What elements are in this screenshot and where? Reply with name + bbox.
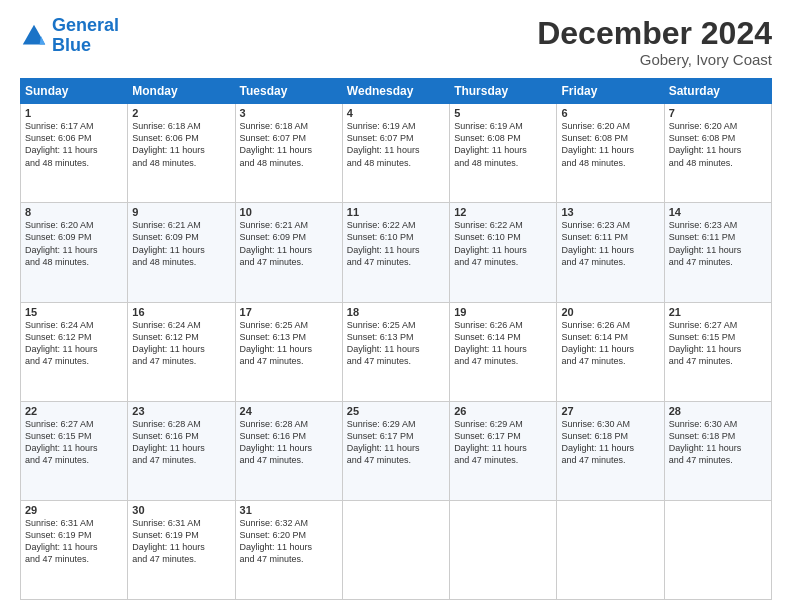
day-info: Sunrise: 6:20 AMSunset: 6:08 PMDaylight:… — [561, 121, 634, 167]
day-number: 13 — [561, 206, 659, 218]
header: General Blue December 2024 Gobery, Ivory… — [20, 16, 772, 68]
calendar-cell: 15Sunrise: 6:24 AMSunset: 6:12 PMDayligh… — [21, 302, 128, 401]
col-tuesday: Tuesday — [235, 79, 342, 104]
calendar-week-3: 15Sunrise: 6:24 AMSunset: 6:12 PMDayligh… — [21, 302, 772, 401]
calendar-cell: 17Sunrise: 6:25 AMSunset: 6:13 PMDayligh… — [235, 302, 342, 401]
col-thursday: Thursday — [450, 79, 557, 104]
day-info: Sunrise: 6:22 AMSunset: 6:10 PMDaylight:… — [454, 220, 527, 266]
day-number: 1 — [25, 107, 123, 119]
day-info: Sunrise: 6:23 AMSunset: 6:11 PMDaylight:… — [561, 220, 634, 266]
col-sunday: Sunday — [21, 79, 128, 104]
day-info: Sunrise: 6:17 AMSunset: 6:06 PMDaylight:… — [25, 121, 98, 167]
day-info: Sunrise: 6:18 AMSunset: 6:07 PMDaylight:… — [240, 121, 313, 167]
calendar-table: Sunday Monday Tuesday Wednesday Thursday… — [20, 78, 772, 600]
calendar-header: Sunday Monday Tuesday Wednesday Thursday… — [21, 79, 772, 104]
day-number: 31 — [240, 504, 338, 516]
day-number: 14 — [669, 206, 767, 218]
day-number: 30 — [132, 504, 230, 516]
calendar-cell: 21Sunrise: 6:27 AMSunset: 6:15 PMDayligh… — [664, 302, 771, 401]
day-number: 22 — [25, 405, 123, 417]
day-info: Sunrise: 6:21 AMSunset: 6:09 PMDaylight:… — [240, 220, 313, 266]
day-info: Sunrise: 6:20 AMSunset: 6:08 PMDaylight:… — [669, 121, 742, 167]
day-number: 2 — [132, 107, 230, 119]
calendar-cell: 2Sunrise: 6:18 AMSunset: 6:06 PMDaylight… — [128, 104, 235, 203]
col-monday: Monday — [128, 79, 235, 104]
col-saturday: Saturday — [664, 79, 771, 104]
day-info: Sunrise: 6:31 AMSunset: 6:19 PMDaylight:… — [132, 518, 205, 564]
day-info: Sunrise: 6:25 AMSunset: 6:13 PMDaylight:… — [240, 320, 313, 366]
calendar-cell: 11Sunrise: 6:22 AMSunset: 6:10 PMDayligh… — [342, 203, 449, 302]
calendar-cell: 29Sunrise: 6:31 AMSunset: 6:19 PMDayligh… — [21, 500, 128, 599]
logo-line1: General — [52, 15, 119, 35]
day-info: Sunrise: 6:29 AMSunset: 6:17 PMDaylight:… — [347, 419, 420, 465]
calendar-week-2: 8Sunrise: 6:20 AMSunset: 6:09 PMDaylight… — [21, 203, 772, 302]
day-info: Sunrise: 6:27 AMSunset: 6:15 PMDaylight:… — [25, 419, 98, 465]
day-number: 10 — [240, 206, 338, 218]
calendar-cell: 27Sunrise: 6:30 AMSunset: 6:18 PMDayligh… — [557, 401, 664, 500]
day-info: Sunrise: 6:26 AMSunset: 6:14 PMDaylight:… — [561, 320, 634, 366]
calendar-cell: 26Sunrise: 6:29 AMSunset: 6:17 PMDayligh… — [450, 401, 557, 500]
day-number: 4 — [347, 107, 445, 119]
day-number: 23 — [132, 405, 230, 417]
main-title: December 2024 — [537, 16, 772, 51]
day-info: Sunrise: 6:31 AMSunset: 6:19 PMDaylight:… — [25, 518, 98, 564]
calendar-week-4: 22Sunrise: 6:27 AMSunset: 6:15 PMDayligh… — [21, 401, 772, 500]
calendar-cell: 6Sunrise: 6:20 AMSunset: 6:08 PMDaylight… — [557, 104, 664, 203]
header-row: Sunday Monday Tuesday Wednesday Thursday… — [21, 79, 772, 104]
day-info: Sunrise: 6:23 AMSunset: 6:11 PMDaylight:… — [669, 220, 742, 266]
day-info: Sunrise: 6:20 AMSunset: 6:09 PMDaylight:… — [25, 220, 98, 266]
day-info: Sunrise: 6:30 AMSunset: 6:18 PMDaylight:… — [561, 419, 634, 465]
day-number: 21 — [669, 306, 767, 318]
calendar-cell: 12Sunrise: 6:22 AMSunset: 6:10 PMDayligh… — [450, 203, 557, 302]
calendar-cell: 28Sunrise: 6:30 AMSunset: 6:18 PMDayligh… — [664, 401, 771, 500]
calendar-cell — [664, 500, 771, 599]
day-number: 26 — [454, 405, 552, 417]
day-info: Sunrise: 6:18 AMSunset: 6:06 PMDaylight:… — [132, 121, 205, 167]
calendar-cell: 3Sunrise: 6:18 AMSunset: 6:07 PMDaylight… — [235, 104, 342, 203]
calendar-cell: 13Sunrise: 6:23 AMSunset: 6:11 PMDayligh… — [557, 203, 664, 302]
calendar-cell: 8Sunrise: 6:20 AMSunset: 6:09 PMDaylight… — [21, 203, 128, 302]
day-info: Sunrise: 6:28 AMSunset: 6:16 PMDaylight:… — [240, 419, 313, 465]
title-block: December 2024 Gobery, Ivory Coast — [537, 16, 772, 68]
day-info: Sunrise: 6:24 AMSunset: 6:12 PMDaylight:… — [132, 320, 205, 366]
calendar-cell: 1Sunrise: 6:17 AMSunset: 6:06 PMDaylight… — [21, 104, 128, 203]
calendar-cell: 24Sunrise: 6:28 AMSunset: 6:16 PMDayligh… — [235, 401, 342, 500]
calendar-cell: 10Sunrise: 6:21 AMSunset: 6:09 PMDayligh… — [235, 203, 342, 302]
calendar-cell — [450, 500, 557, 599]
calendar-cell: 22Sunrise: 6:27 AMSunset: 6:15 PMDayligh… — [21, 401, 128, 500]
calendar-cell: 5Sunrise: 6:19 AMSunset: 6:08 PMDaylight… — [450, 104, 557, 203]
calendar-cell: 31Sunrise: 6:32 AMSunset: 6:20 PMDayligh… — [235, 500, 342, 599]
calendar-week-1: 1Sunrise: 6:17 AMSunset: 6:06 PMDaylight… — [21, 104, 772, 203]
day-number: 27 — [561, 405, 659, 417]
day-info: Sunrise: 6:26 AMSunset: 6:14 PMDaylight:… — [454, 320, 527, 366]
logo-text: General Blue — [52, 16, 119, 56]
logo-icon — [20, 22, 48, 50]
calendar-cell: 30Sunrise: 6:31 AMSunset: 6:19 PMDayligh… — [128, 500, 235, 599]
day-info: Sunrise: 6:32 AMSunset: 6:20 PMDaylight:… — [240, 518, 313, 564]
day-info: Sunrise: 6:22 AMSunset: 6:10 PMDaylight:… — [347, 220, 420, 266]
day-number: 19 — [454, 306, 552, 318]
day-number: 18 — [347, 306, 445, 318]
calendar-cell: 18Sunrise: 6:25 AMSunset: 6:13 PMDayligh… — [342, 302, 449, 401]
calendar-cell: 16Sunrise: 6:24 AMSunset: 6:12 PMDayligh… — [128, 302, 235, 401]
calendar-cell: 23Sunrise: 6:28 AMSunset: 6:16 PMDayligh… — [128, 401, 235, 500]
day-number: 16 — [132, 306, 230, 318]
day-number: 29 — [25, 504, 123, 516]
calendar-cell: 19Sunrise: 6:26 AMSunset: 6:14 PMDayligh… — [450, 302, 557, 401]
day-number: 7 — [669, 107, 767, 119]
day-info: Sunrise: 6:30 AMSunset: 6:18 PMDaylight:… — [669, 419, 742, 465]
calendar-cell — [557, 500, 664, 599]
col-wednesday: Wednesday — [342, 79, 449, 104]
day-number: 5 — [454, 107, 552, 119]
day-info: Sunrise: 6:27 AMSunset: 6:15 PMDaylight:… — [669, 320, 742, 366]
day-number: 6 — [561, 107, 659, 119]
calendar-cell: 20Sunrise: 6:26 AMSunset: 6:14 PMDayligh… — [557, 302, 664, 401]
logo-line2: Blue — [52, 35, 91, 55]
col-friday: Friday — [557, 79, 664, 104]
day-number: 11 — [347, 206, 445, 218]
day-info: Sunrise: 6:25 AMSunset: 6:13 PMDaylight:… — [347, 320, 420, 366]
day-number: 9 — [132, 206, 230, 218]
calendar-cell: 9Sunrise: 6:21 AMSunset: 6:09 PMDaylight… — [128, 203, 235, 302]
day-number: 25 — [347, 405, 445, 417]
day-info: Sunrise: 6:19 AMSunset: 6:07 PMDaylight:… — [347, 121, 420, 167]
